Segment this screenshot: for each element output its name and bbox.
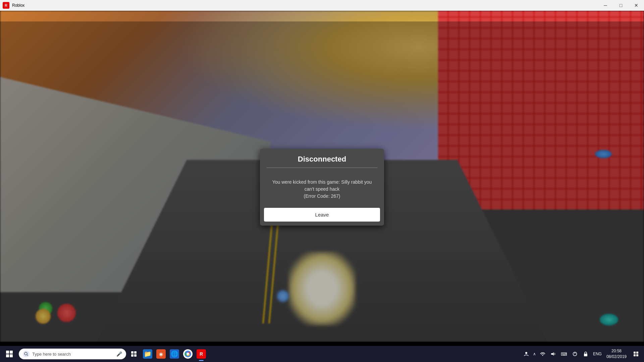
app-icon: R: [3, 2, 9, 9]
dialog-header: Disconnected: [260, 149, 384, 172]
clock[interactable]: 20:58 08/02/2019: [604, 346, 629, 362]
volume-tray-icon[interactable]: [548, 346, 559, 362]
roblox-icon: R: [197, 349, 206, 359]
svg-line-1: [27, 355, 28, 356]
svg-point-0: [24, 352, 27, 355]
start-square-4: [10, 354, 13, 357]
taskbar: Type here to search 🎤 📁 ◉ 🌐: [0, 346, 644, 362]
svg-marker-10: [551, 352, 554, 356]
dialog-message: You were kicked from this game: Silly ra…: [268, 179, 376, 200]
taskbar-icon-globe[interactable]: 🌐: [168, 346, 181, 362]
language-indicator[interactable]: ENG: [591, 346, 604, 362]
start-square-1: [6, 351, 9, 354]
taskbar-icon-orange-app[interactable]: ◉: [154, 346, 168, 362]
task-view-button[interactable]: [127, 346, 141, 362]
dialog-footer: Leave: [260, 205, 384, 226]
svg-rect-14: [634, 352, 636, 354]
leave-button[interactable]: Leave: [264, 208, 380, 222]
disconnected-dialog: Disconnected You were kicked from this g…: [260, 149, 384, 226]
svg-rect-5: [134, 354, 137, 357]
search-icon: [23, 351, 30, 357]
svg-rect-3: [134, 351, 137, 354]
search-placeholder: Type here to search: [32, 352, 116, 357]
minimize-button[interactable]: ─: [598, 0, 613, 11]
network-tray-icon[interactable]: [537, 346, 548, 362]
power-tray-icon[interactable]: [570, 346, 580, 362]
dialog-divider: [267, 168, 377, 168]
dialog-overlay: Disconnected You were kicked from this g…: [0, 21, 644, 342]
taskbar-icon-roblox[interactable]: R: [195, 346, 208, 362]
system-tray: ∧ ⌨: [521, 346, 643, 362]
taskbar-icon-file-explorer[interactable]: 📁: [141, 346, 154, 362]
svg-point-8: [525, 352, 527, 354]
file-explorer-icon: 📁: [143, 349, 152, 359]
dialog-title: Disconnected: [267, 155, 377, 164]
orange-app-icon: ◉: [156, 349, 166, 359]
keyboard-tray-icon[interactable]: ⌨: [559, 346, 570, 362]
clock-time: 20:58: [611, 348, 622, 354]
dialog-body: You were kicked from this game: Silly ra…: [260, 172, 384, 205]
tray-expand-icon[interactable]: ∧: [532, 352, 537, 356]
notification-button[interactable]: [629, 346, 643, 362]
search-bar[interactable]: Type here to search 🎤: [19, 349, 126, 359]
svg-rect-13: [584, 354, 587, 356]
start-square-2: [10, 351, 13, 354]
windows-icon: [6, 351, 13, 357]
svg-point-9: [542, 355, 543, 356]
game-background: Disconnected You were kicked from this g…: [0, 11, 644, 342]
globe-icon: 🌐: [170, 349, 179, 359]
svg-rect-16: [634, 354, 636, 356]
app-icon-label: R: [5, 3, 7, 7]
svg-rect-17: [636, 354, 638, 356]
svg-rect-15: [636, 352, 638, 354]
start-button[interactable]: [1, 346, 17, 362]
maximize-button[interactable]: □: [613, 0, 629, 11]
taskbar-icon-chrome[interactable]: [181, 346, 195, 362]
close-button[interactable]: ✕: [629, 0, 644, 11]
people-tray-icon[interactable]: [521, 346, 532, 362]
start-square-3: [6, 354, 9, 357]
active-indicator: [199, 360, 204, 361]
clock-date: 08/02/2019: [606, 354, 627, 360]
chrome-icon: [183, 349, 193, 359]
mic-icon: 🎤: [116, 351, 122, 357]
svg-rect-4: [131, 354, 133, 357]
title-bar: R Roblox ─ □ ✕: [0, 0, 644, 11]
svg-rect-2: [131, 351, 133, 354]
lock-tray-icon[interactable]: [580, 346, 591, 362]
window-title: Roblox: [12, 3, 598, 8]
window-controls: ─ □ ✕: [598, 0, 644, 11]
